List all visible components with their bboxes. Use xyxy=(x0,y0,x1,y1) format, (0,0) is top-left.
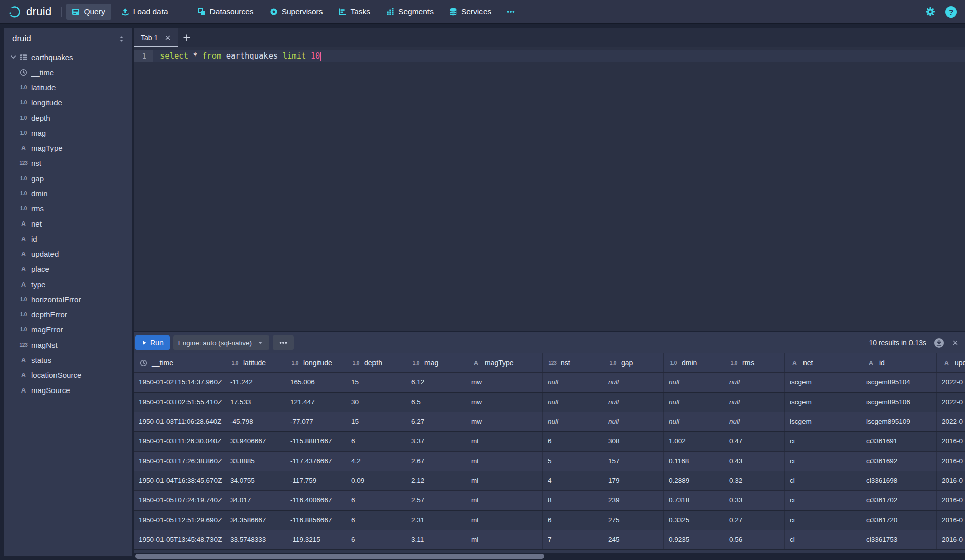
engine-select-button[interactable]: Engine: auto (sql-native) xyxy=(173,335,269,350)
table-row: 1950-01-05T07:24:19.740Z34.017-116.40066… xyxy=(134,490,965,510)
column-name: mag xyxy=(31,129,46,137)
sidebar-column-latitude[interactable]: 1.0latitude xyxy=(4,80,132,95)
table-cell: null xyxy=(664,373,724,392)
string-type-icon: A xyxy=(19,144,28,152)
nav-item-query[interactable]: Query xyxy=(66,4,111,20)
column-header-mag[interactable]: 1.0mag xyxy=(406,353,466,372)
column-header-label: dmin xyxy=(682,359,697,367)
sql-token-keyword: from xyxy=(202,51,221,61)
sidebar-column-magNst[interactable]: 123magNst xyxy=(4,337,132,352)
sidebar-column-depthError[interactable]: 1.0depthError xyxy=(4,307,132,322)
sql-editor[interactable]: 1 select * from earthquakes limit 10 xyxy=(134,47,965,331)
more-options-button[interactable] xyxy=(273,335,294,350)
nav-item-supervisors[interactable]: Supervisors xyxy=(264,4,329,20)
help-button[interactable]: ? xyxy=(945,6,957,18)
sidebar-column-net[interactable]: Anet xyxy=(4,216,132,231)
table-cell: 2022-0 xyxy=(937,412,965,431)
table-cell: 1950-01-03T17:26:38.860Z xyxy=(134,452,225,471)
sidebar-column-magSource[interactable]: AmagSource xyxy=(4,382,132,398)
nav-item-segments[interactable]: Segments xyxy=(381,4,439,20)
column-header-longitude[interactable]: 1.0longitude xyxy=(285,353,346,372)
nav-items: QueryLoad dataDatasourcesSupervisorsTask… xyxy=(66,4,520,20)
clock-icon xyxy=(139,359,148,367)
table-cell: ci3361720 xyxy=(861,511,937,530)
tasks-icon xyxy=(338,8,346,16)
sql-token-plain: earthquakes xyxy=(226,51,278,61)
float-type-icon: 1.0 xyxy=(19,100,28,105)
table-cell: 2022-0 xyxy=(937,373,965,392)
table-cell: 30 xyxy=(346,393,406,412)
sidebar-column-depth[interactable]: 1.0depth xyxy=(4,110,132,125)
add-tab-button[interactable] xyxy=(178,28,196,47)
table-cell: null xyxy=(543,373,603,392)
column-header-magType[interactable]: AmagType xyxy=(466,353,543,372)
sidebar-column-status[interactable]: Astatus xyxy=(4,352,132,367)
column-name: nst xyxy=(31,159,41,167)
nav-item-label: Supervisors xyxy=(282,7,323,16)
scrollbar-thumb[interactable] xyxy=(135,554,544,559)
table-cell: 3.37 xyxy=(406,432,466,451)
sidebar-column-dmin[interactable]: 1.0dmin xyxy=(4,186,132,201)
table-cell: 0.33 xyxy=(724,491,785,510)
schema-tree: earthquakes __time1.0latitude1.0longitud… xyxy=(4,49,132,398)
sidebar-column-__time[interactable]: __time xyxy=(4,65,132,80)
double-caret-vertical-icon[interactable] xyxy=(118,35,125,43)
sidebar-column-locationSource[interactable]: AlocationSource xyxy=(4,367,132,382)
column-header-__time[interactable]: __time xyxy=(134,353,225,372)
sidebar-column-magError[interactable]: 1.0magError xyxy=(4,322,132,337)
sidebar-column-gap[interactable]: 1.0gap xyxy=(4,171,132,186)
download-icon[interactable] xyxy=(934,338,944,348)
table-cell: 1950-01-05T07:24:19.740Z xyxy=(134,491,225,510)
column-header-nst[interactable]: 123nst xyxy=(543,353,603,372)
sidebar-column-nst[interactable]: 123nst xyxy=(4,155,132,171)
column-header-net[interactable]: Anet xyxy=(785,353,861,372)
column-header-label: magType xyxy=(485,359,514,367)
druid-brand[interactable]: druid xyxy=(8,5,51,19)
table-cell: 15 xyxy=(346,412,406,431)
table-cell: -11.242 xyxy=(225,373,285,392)
nav-item-more[interactable] xyxy=(501,4,520,20)
column-header-upd[interactable]: Aupd xyxy=(937,353,965,372)
table-cell: 0.27 xyxy=(724,511,785,530)
chevron-down-icon[interactable] xyxy=(9,53,18,61)
sidebar-column-updated[interactable]: Aupdated xyxy=(4,246,132,261)
table-cell: 6 xyxy=(346,491,406,510)
gear-icon[interactable] xyxy=(925,7,935,17)
sidebar-column-place[interactable]: Aplace xyxy=(4,261,132,276)
column-name: id xyxy=(31,235,37,243)
string-type-icon: A xyxy=(19,386,28,394)
close-results-icon[interactable] xyxy=(952,339,959,346)
sidebar-column-id[interactable]: Aid xyxy=(4,231,132,246)
sidebar-column-type[interactable]: Atype xyxy=(4,276,132,292)
sidebar-column-mag[interactable]: 1.0mag xyxy=(4,125,132,140)
nav-item-services[interactable]: Services xyxy=(444,4,497,20)
nav-item-tasks[interactable]: Tasks xyxy=(333,4,376,20)
tab-tab1[interactable]: Tab 1 xyxy=(134,28,178,47)
sidebar-datasource-earthquakes[interactable]: earthquakes xyxy=(4,49,132,65)
sidebar-column-longitude[interactable]: 1.0longitude xyxy=(4,95,132,110)
sidebar-column-rms[interactable]: 1.0rms xyxy=(4,201,132,216)
nav-item-load-data[interactable]: Load data xyxy=(116,4,174,20)
column-header-label: depth xyxy=(364,359,382,367)
table-cell: 1950-01-03T11:06:28.640Z xyxy=(134,412,225,431)
sidebar-column-magType[interactable]: AmagType xyxy=(4,140,132,155)
table-cell: ci xyxy=(785,491,861,510)
table-cell: 34.0755 xyxy=(225,471,285,490)
table-cell: -117.4376667 xyxy=(285,452,346,471)
column-header-label: __time xyxy=(152,359,173,367)
close-tab-icon[interactable] xyxy=(164,34,171,41)
table-row: 1950-01-03T11:26:30.040Z33.9406667-115.8… xyxy=(134,431,965,451)
table-cell: 2.57 xyxy=(406,491,466,510)
table-cell: iscgem xyxy=(785,412,861,431)
column-header-dmin[interactable]: 1.0dmin xyxy=(664,353,724,372)
sidebar-column-horizontalError[interactable]: 1.0horizontalError xyxy=(4,292,132,307)
column-header-gap[interactable]: 1.0gap xyxy=(603,353,664,372)
run-button[interactable]: Run xyxy=(135,335,170,350)
column-header-depth[interactable]: 1.0depth xyxy=(346,353,406,372)
string-type-icon: A xyxy=(19,356,28,364)
column-header-id[interactable]: Aid xyxy=(861,353,937,372)
float-type-icon: 1.0 xyxy=(19,130,28,136)
column-header-rms[interactable]: 1.0rms xyxy=(724,353,785,372)
column-header-latitude[interactable]: 1.0latitude xyxy=(225,353,285,372)
nav-item-datasources[interactable]: Datasources xyxy=(192,4,259,20)
